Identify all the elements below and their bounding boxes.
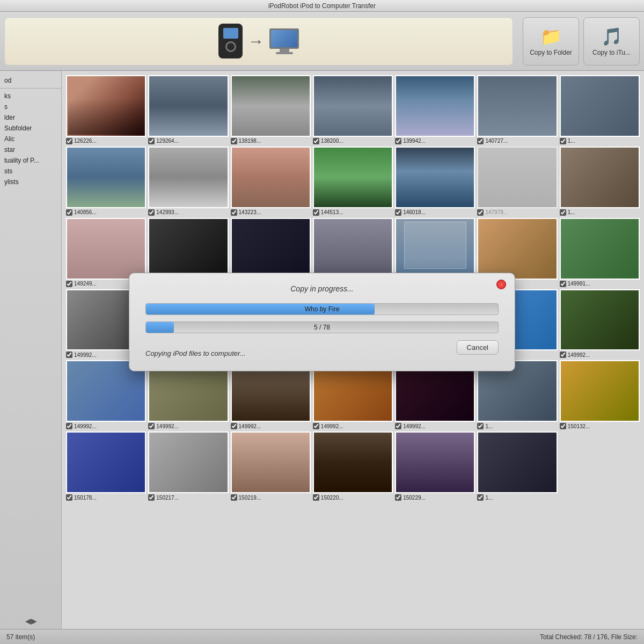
file-progress-section: 5 / 78: [145, 321, 499, 333]
copy-progress-modal: Copy in progress... Who by Fire 5 / 78 C…: [129, 273, 515, 371]
track-progress-text: Who by Fire: [146, 304, 498, 314]
modal-close-button[interactable]: [496, 280, 506, 289]
modal-overlay: Copy in progress... Who by Fire 5 / 78 C…: [0, 0, 644, 644]
modal-title: Copy in progress...: [290, 284, 354, 293]
cancel-button[interactable]: Cancel: [457, 340, 499, 355]
track-progress-bar: Who by Fire: [145, 303, 499, 315]
track-progress-section: Who by Fire: [145, 303, 499, 315]
file-progress-text: 5 / 78: [146, 322, 498, 333]
file-progress-bar: 5 / 78: [145, 321, 499, 333]
copying-status-text: Copying iPod files to computer...: [145, 349, 246, 357]
modal-title-bar: Copy in progress...: [145, 284, 499, 294]
